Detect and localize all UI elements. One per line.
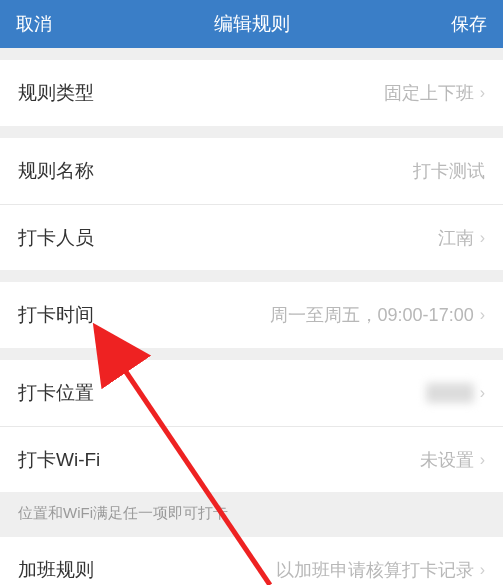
chevron-right-icon: ›	[480, 229, 485, 247]
row-members[interactable]: 打卡人员 江南 ›	[0, 204, 503, 270]
chevron-right-icon: ›	[480, 561, 485, 579]
time-value-text: 周一至周五，09:00-17:00	[270, 303, 474, 327]
rule-type-label: 规则类型	[18, 80, 94, 106]
row-overtime[interactable]: 加班规则 以加班申请核算打卡记录 ›	[0, 537, 503, 585]
row-rule-name[interactable]: 规则名称 打卡测试	[0, 138, 503, 204]
chevron-right-icon: ›	[480, 384, 485, 402]
time-value: 周一至周五，09:00-17:00 ›	[270, 303, 485, 327]
row-time[interactable]: 打卡时间 周一至周五，09:00-17:00 ›	[0, 282, 503, 348]
header-bar: 取消 编辑规则 保存	[0, 0, 503, 48]
location-label: 打卡位置	[18, 380, 94, 406]
rule-name-label: 规则名称	[18, 158, 94, 184]
members-label: 打卡人员	[18, 225, 94, 251]
save-button[interactable]: 保存	[451, 12, 487, 36]
section-gap	[0, 348, 503, 360]
row-rule-type[interactable]: 规则类型 固定上下班 ›	[0, 60, 503, 126]
section-gap	[0, 48, 503, 60]
rule-type-value-text: 固定上下班	[384, 81, 474, 105]
wifi-value-text: 未设置	[420, 448, 474, 472]
overtime-value-text: 以加班申请核算打卡记录	[276, 558, 474, 582]
location-value: ›	[426, 383, 485, 403]
time-label: 打卡时间	[18, 302, 94, 328]
section-gap	[0, 126, 503, 138]
location-wifi-hint: 位置和WiFi满足任一项即可打卡	[0, 492, 503, 537]
wifi-value: 未设置 ›	[420, 448, 485, 472]
chevron-right-icon: ›	[480, 84, 485, 102]
page-title: 编辑规则	[214, 11, 290, 37]
rule-name-value: 打卡测试	[413, 159, 485, 183]
wifi-label: 打卡Wi-Fi	[18, 447, 100, 473]
overtime-value: 以加班申请核算打卡记录 ›	[276, 558, 485, 582]
row-wifi[interactable]: 打卡Wi-Fi 未设置 ›	[0, 426, 503, 492]
section-gap	[0, 270, 503, 282]
location-value-blurred	[426, 383, 474, 403]
rule-type-value: 固定上下班 ›	[384, 81, 485, 105]
members-value-text: 江南	[438, 226, 474, 250]
chevron-right-icon: ›	[480, 306, 485, 324]
overtime-label: 加班规则	[18, 557, 94, 583]
row-location[interactable]: 打卡位置 ›	[0, 360, 503, 426]
members-value: 江南 ›	[438, 226, 485, 250]
chevron-right-icon: ›	[480, 451, 485, 469]
rule-name-value-text: 打卡测试	[413, 159, 485, 183]
cancel-button[interactable]: 取消	[16, 12, 52, 36]
